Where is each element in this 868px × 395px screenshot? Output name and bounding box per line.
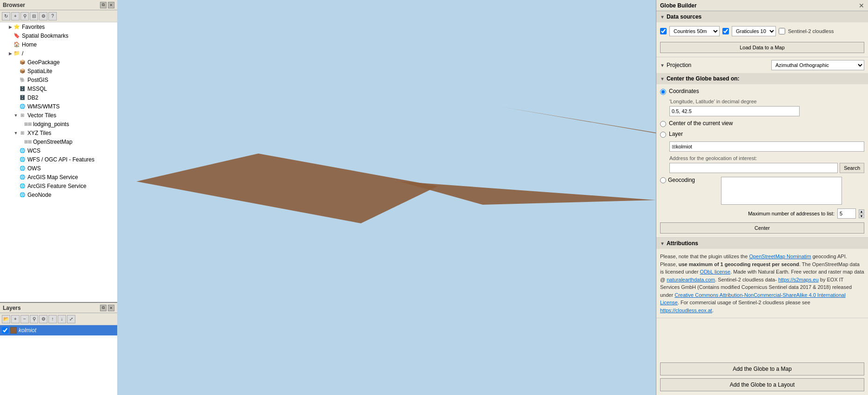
attr-link-odbl[interactable]: ODbL license <box>700 269 731 274</box>
search-btn[interactable]: Search <box>840 163 864 173</box>
add-btn[interactable]: + <box>11 12 20 20</box>
tree-item-mssql[interactable]: ▶ 🗄️ MSSQL <box>0 84 117 93</box>
arcgis-map-icon: 🌐 <box>19 174 26 181</box>
center-globe-arrow: ▼ <box>660 76 665 81</box>
coordinates-radio[interactable] <box>660 89 666 95</box>
layer-name-kolmiot: kolmiot <box>19 327 36 334</box>
properties-layer-btn[interactable]: ⚙ <box>39 315 47 323</box>
attr-link-neatural[interactable]: naturalearthdata.com <box>667 277 715 282</box>
attr-link-s2maps[interactable]: https://s2maps.eu <box>778 277 819 282</box>
graticules-checkbox[interactable] <box>722 28 729 34</box>
tree-item-postgis[interactable]: ▶ 🐘 PostGIS <box>0 75 117 84</box>
arrow-vector-tiles: ▼ <box>13 113 19 118</box>
map-area[interactable] <box>117 0 656 395</box>
xyz-tiles-label: XYZ Tiles <box>27 130 51 136</box>
center-btn[interactable]: Center <box>660 222 864 234</box>
refresh-btn[interactable]: ↻ <box>2 12 10 20</box>
tree-item-geonode[interactable]: ▶ 🌐 GeoNode <box>0 190 117 199</box>
root-icon: 📁 <box>13 50 20 57</box>
tree-item-home[interactable]: ▶ 🏠 Home <box>0 40 117 49</box>
layers-panel: Layers ⧉ ✕ 📂 + − ⚲ ⚙ ↑ ↓ ⤢ kolmiot <box>0 302 117 395</box>
layers-controls: ⧉ ✕ <box>100 305 114 311</box>
countries-checkbox[interactable] <box>660 28 667 34</box>
add-layer-btn[interactable]: + <box>11 315 20 323</box>
drag-btn[interactable]: ⤢ <box>67 315 75 323</box>
tree-item-arcgis-map[interactable]: ▶ 🌐 ArcGIS Map Service <box>0 173 117 181</box>
geocoding-radio-row: Geocoding <box>660 177 695 183</box>
layers-close-btn[interactable]: ✕ <box>108 305 114 311</box>
tree-item-lodging-points[interactable]: ▶ ⊞⊞ lodging_points <box>0 120 117 128</box>
layer-checkbox-kolmiot[interactable] <box>2 327 8 334</box>
attr-link-nominatim[interactable]: OpenStreetMap Nominatim <box>749 254 811 259</box>
properties-btn[interactable]: ⚙ <box>39 12 47 20</box>
help-btn[interactable]: ? <box>48 12 57 20</box>
globe-builder-close[interactable]: ✕ <box>859 2 864 9</box>
max-addr-down[interactable]: ▼ <box>859 214 864 218</box>
tree-item-vector-tiles[interactable]: ▼ ⊞ Vector Tiles <box>0 111 117 120</box>
move-down-btn[interactable]: ↓ <box>58 315 66 323</box>
sentinel-checkbox[interactable] <box>779 28 785 34</box>
tree-item-spatial-bookmarks[interactable]: ▶ 🔖 Spatial Bookmarks <box>0 31 117 40</box>
layer-item-kolmiot[interactable]: kolmiot <box>0 325 117 335</box>
layer-radio[interactable] <box>660 132 666 138</box>
tree-item-wcs[interactable]: ▶ 🌐 WCS <box>0 146 117 155</box>
tree-item-arcgis-feature[interactable]: ▶ 🌐 ArcGIS Feature Service <box>0 181 117 190</box>
tree-item-geopackage[interactable]: ▶ 📦 GeoPackage <box>0 58 117 67</box>
filter-layer-btn[interactable]: ⚲ <box>30 315 38 323</box>
coord-input[interactable] <box>669 106 800 116</box>
center-view-radio[interactable] <box>660 121 666 127</box>
coordinates-radio-label: Coordinates <box>669 88 699 94</box>
map-canvas <box>117 0 656 395</box>
move-up-btn[interactable]: ↑ <box>48 315 57 323</box>
add-to-layout-btn[interactable]: Add the Globe to a Layout <box>660 378 864 391</box>
filter-btn[interactable]: ⚲ <box>20 12 29 20</box>
center-globe-header[interactable]: ▼ Center the Globe based on: <box>656 73 868 84</box>
wms-wmts-label: WMS/WMTS <box>27 103 60 110</box>
layer-dropdown[interactable]: ⊞ kolmiot <box>669 141 864 152</box>
tree-item-root[interactable]: ▶ 📁 / <box>0 49 117 58</box>
attributions-header[interactable]: ▼ Attributions <box>656 238 868 249</box>
mssql-label: MSSQL <box>27 86 47 92</box>
open-layer-btn[interactable]: 📂 <box>2 315 10 323</box>
coord-hint: 'Longitude, Latitude' in decimal degree <box>669 99 864 104</box>
countries-select[interactable]: Countries 50m Countries 10m Countries 11… <box>669 26 720 36</box>
postgis-label: PostGIS <box>27 77 48 83</box>
graticules-select[interactable]: Graticules 10 Graticules 20 Graticules 3… <box>732 26 776 36</box>
browser-toolbar: ↻ + ⚲ ⊟ ⚙ ? <box>0 10 117 22</box>
tree-item-spatialite[interactable]: ▶ 📦 SpatiaLite <box>0 67 117 75</box>
arrow-favorites: ▶ <box>7 24 13 30</box>
geopackage-label: GeoPackage <box>27 59 60 66</box>
address-input[interactable] <box>669 163 838 173</box>
collapse-all-btn[interactable]: ⊟ <box>30 12 38 20</box>
geocoding-textarea[interactable] <box>721 177 842 205</box>
layer-radio-label: Layer <box>669 131 683 137</box>
arrow-root: ▶ <box>7 51 13 56</box>
wfs-icon: 🌐 <box>19 156 26 163</box>
tree-item-xyz-tiles[interactable]: ▼ ⊞ XYZ Tiles <box>0 128 117 137</box>
layers-list: kolmiot <box>0 325 117 395</box>
tree-item-db2[interactable]: ▶ 🗄️ DB2 <box>0 93 117 102</box>
max-addr-up[interactable]: ▲ <box>859 209 864 214</box>
shape-1 <box>136 154 438 223</box>
arcgis-map-label: ArcGIS Map Service <box>27 174 78 181</box>
data-sources-header[interactable]: ▼ Data sources <box>656 11 868 22</box>
tree-item-wms-wmts[interactable]: ▶ 🌐 WMS/WMTS <box>0 102 117 111</box>
tree-item-favorites[interactable]: ▶ ⭐ Favorites <box>0 22 117 31</box>
add-to-map-btn[interactable]: Add the Globe to a Map <box>660 362 864 375</box>
tree-item-osm[interactable]: ▶ ⊞⊞ OpenStreetMap <box>0 137 117 146</box>
tree-item-wfs[interactable]: ▶ 🌐 WFS / OGC API - Features <box>0 155 117 164</box>
tree-item-ows[interactable]: ▶ 🌐 OWS <box>0 164 117 173</box>
browser-close-btn[interactable]: ✕ <box>108 2 114 8</box>
max-addr-input[interactable] <box>837 208 856 219</box>
max-addr-spinners: ▲ ▼ <box>859 209 864 218</box>
layers-float-btn[interactable]: ⧉ <box>100 305 107 311</box>
attr-link-cloudless[interactable]: https://cloudless.eox.at <box>660 308 712 313</box>
geocoding-radio[interactable] <box>660 177 666 183</box>
browser-float-btn[interactable]: ⧉ <box>100 2 107 8</box>
load-data-btn[interactable]: Load Data to a Map <box>660 42 864 53</box>
collapse-section-arrow: ▼ Projection <box>660 62 691 68</box>
projection-select[interactable]: Azimuthal Orthographic Mercator Equal Ea… <box>771 60 864 70</box>
remove-layer-btn[interactable]: − <box>20 315 29 323</box>
lodging-label: lodging_points <box>33 121 69 127</box>
coordinates-radio-row: Coordinates <box>660 88 864 95</box>
